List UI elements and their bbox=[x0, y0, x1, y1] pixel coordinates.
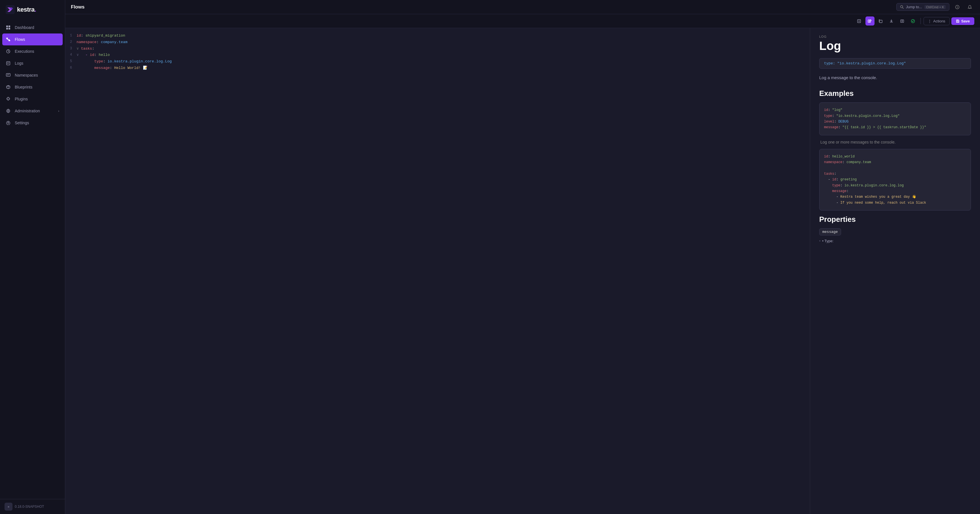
svg-rect-4 bbox=[8, 25, 10, 27]
doc-example-1: id: "log" type: "io.kestra.plugin.core.l… bbox=[819, 102, 971, 135]
blueprints-icon bbox=[6, 84, 11, 90]
sidebar-item-label: Plugins bbox=[15, 97, 28, 101]
svg-rect-13 bbox=[6, 73, 10, 76]
save-label: Save bbox=[961, 19, 970, 23]
sidebar-item-executions[interactable]: Executions bbox=[0, 45, 65, 57]
line-content: ∨ - id: hello bbox=[76, 52, 805, 58]
keyboard-shortcut: Ctrl/Cmd + K bbox=[924, 5, 946, 9]
save-button[interactable]: Save bbox=[951, 17, 974, 25]
help-button[interactable]: ? bbox=[953, 3, 962, 12]
actions-dots: ⋮ bbox=[928, 19, 932, 23]
line-number: 6 bbox=[65, 65, 76, 71]
administration-icon bbox=[6, 108, 11, 113]
copy-button[interactable] bbox=[876, 16, 885, 25]
jump-to-button[interactable]: Jump to... Ctrl/Cmd + K bbox=[896, 3, 950, 11]
svg-rect-34 bbox=[957, 21, 958, 22]
line-content: namespace: company.team bbox=[76, 40, 805, 45]
topbar: Flows Jump to... Ctrl/Cmd + K ? bbox=[65, 0, 980, 14]
doc-type-label-text: • Type: bbox=[822, 239, 834, 243]
svg-rect-7 bbox=[6, 38, 8, 39]
chevron-right-icon: › bbox=[58, 109, 59, 113]
line-number: 5 bbox=[65, 59, 76, 64]
doc-type-badge: type: "io.kestra.plugin.core.log.Log" bbox=[819, 58, 971, 68]
sidebar-item-label: Namespaces bbox=[15, 73, 38, 78]
sidebar: kestra. Dashboard bbox=[0, 0, 65, 514]
toolbar: ⋮ Actions Save bbox=[65, 14, 980, 28]
line-content: ∨ tasks: bbox=[76, 46, 805, 52]
sidebar-item-administration[interactable]: Administration › bbox=[0, 105, 65, 117]
sidebar-item-logs[interactable]: Logs bbox=[0, 57, 65, 69]
topbar-right: Jump to... Ctrl/Cmd + K ? bbox=[896, 3, 974, 12]
bullet-icon: • bbox=[819, 239, 821, 243]
executions-icon bbox=[6, 49, 11, 54]
actions-label: Actions bbox=[933, 19, 945, 23]
edit-button[interactable] bbox=[865, 16, 875, 25]
jump-to-label: Jump to... bbox=[906, 5, 922, 9]
sidebar-item-plugins[interactable]: Plugins bbox=[0, 93, 65, 105]
line-content: id: shipyard_migration bbox=[76, 33, 805, 39]
sidebar-item-label: Administration bbox=[15, 109, 40, 113]
line-content: message: Hello World! 📝 bbox=[76, 65, 805, 71]
content-area: 1 id: shipyard_migration 2 namespace: co… bbox=[65, 28, 980, 514]
sidebar-item-settings[interactable]: Settings bbox=[0, 117, 65, 129]
notifications-button[interactable] bbox=[965, 3, 974, 12]
sidebar-item-label: Settings bbox=[15, 121, 29, 125]
doc-description: Log a message to the console. bbox=[819, 74, 971, 81]
sidebar-item-dashboard[interactable]: Dashboard bbox=[0, 22, 65, 33]
doc-separator-text: Log one or more messages to the console. bbox=[819, 140, 971, 145]
svg-rect-8 bbox=[8, 40, 10, 41]
save-icon bbox=[956, 19, 959, 23]
sidebar-item-namespaces[interactable]: Namespaces bbox=[0, 69, 65, 81]
actions-button[interactable]: ⋮ Actions bbox=[924, 17, 950, 25]
code-line-5: 5 type: io.kestra.plugin.core.log.Log bbox=[65, 59, 810, 65]
doc-example-2: id: hello_world namespace: company.team … bbox=[819, 149, 971, 211]
export-button[interactable] bbox=[887, 16, 896, 25]
svg-rect-5 bbox=[6, 28, 8, 30]
svg-rect-6 bbox=[8, 28, 10, 30]
doc-message-property-badge: message bbox=[819, 228, 841, 236]
import-button[interactable] bbox=[898, 16, 907, 25]
namespaces-icon bbox=[6, 73, 11, 78]
flows-icon bbox=[6, 37, 11, 42]
svg-rect-35 bbox=[957, 20, 958, 21]
dashboard-icon bbox=[6, 25, 11, 30]
svg-text:?: ? bbox=[956, 6, 958, 9]
sidebar-item-flows[interactable]: Flows bbox=[2, 33, 63, 45]
code-line-4: 4 ∨ - id: hello bbox=[65, 52, 810, 59]
sidebar-footer: « 0.18.0-SNAPSHOT bbox=[0, 499, 65, 514]
sidebar-item-label: Blueprints bbox=[15, 85, 32, 89]
code-line-1: 1 id: shipyard_migration bbox=[65, 33, 810, 39]
logo-text: kestra. bbox=[17, 6, 36, 13]
documentation-panel: LOG Log type: "io.kestra.plugin.core.log… bbox=[810, 28, 980, 514]
doc-type-label: LOG bbox=[819, 35, 971, 38]
line-content: type: io.kestra.plugin.core.log.Log bbox=[76, 59, 805, 65]
doc-properties-title: Properties bbox=[819, 215, 971, 224]
sidebar-item-label: Logs bbox=[15, 61, 23, 65]
page-title: Flows bbox=[71, 4, 84, 10]
kestra-logo-icon bbox=[6, 5, 15, 14]
sidebar-item-label: Executions bbox=[15, 49, 34, 54]
line-number: 2 bbox=[65, 40, 76, 45]
doc-title: Log bbox=[819, 40, 971, 53]
doc-examples-title: Examples bbox=[819, 89, 971, 98]
nav-items: Dashboard Flows Executions bbox=[0, 19, 65, 499]
validate-button[interactable] bbox=[908, 16, 918, 25]
code-line-2: 2 namespace: company.team bbox=[65, 39, 810, 46]
sidebar-item-blueprints[interactable]: Blueprints bbox=[0, 81, 65, 93]
sidebar-item-label: Dashboard bbox=[15, 25, 34, 30]
main-content: Flows Jump to... Ctrl/Cmd + K ? bbox=[65, 0, 980, 514]
logo-area: kestra. bbox=[0, 0, 65, 19]
code-editor[interactable]: 1 id: shipyard_migration 2 namespace: co… bbox=[65, 28, 810, 514]
logs-icon bbox=[6, 61, 11, 66]
new-flow-button[interactable] bbox=[855, 16, 864, 25]
collapse-sidebar-button[interactable]: « bbox=[5, 503, 13, 511]
svg-point-18 bbox=[8, 110, 9, 112]
search-icon bbox=[900, 5, 904, 9]
svg-rect-30 bbox=[880, 20, 882, 23]
sidebar-item-label: Flows bbox=[15, 37, 25, 42]
version-label: 0.18.0-SNAPSHOT bbox=[15, 504, 44, 509]
line-number: 4 bbox=[65, 52, 76, 57]
doc-property-type: • • Type: bbox=[819, 239, 971, 243]
help-icon: ? bbox=[955, 5, 959, 10]
plugins-icon bbox=[6, 96, 11, 102]
